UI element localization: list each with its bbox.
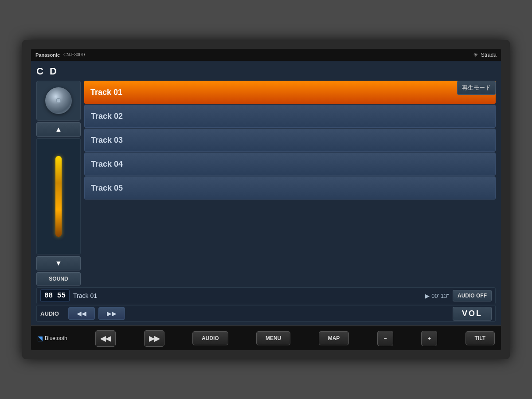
scroll-up-button[interactable]: ▲ xyxy=(36,122,81,137)
play-icon: ▶ xyxy=(425,293,430,299)
unit-container: Panasonic CN-E300D ✳ Strada C D xyxy=(31,49,501,350)
top-bezel: Panasonic CN-E300D ✳ Strada xyxy=(31,49,501,61)
track-item-3[interactable]: Track 03 xyxy=(84,129,496,152)
sound-button[interactable]: SOUND xyxy=(36,272,81,286)
mode-button[interactable]: 再生モード xyxy=(457,81,496,95)
physical-button-bar: ⬔ Bluetooth ◀◀ ▶▶ AUDIO MENU MAP － ＋ TIL… xyxy=(31,325,501,350)
screen-title: C D xyxy=(36,66,496,77)
cd-disc xyxy=(45,87,72,114)
track-item-1[interactable]: Track 01 xyxy=(84,81,496,104)
volume-bar xyxy=(55,156,62,237)
star-icon: ✳ xyxy=(473,52,478,58)
next-button[interactable]: ▶▶ xyxy=(98,307,125,320)
track-list: Track 01 Track 02 Track 03 Track 04 xyxy=(84,81,496,286)
next-track-button[interactable]: ▶▶ xyxy=(144,330,164,347)
track-label-1: Track 01 xyxy=(90,88,122,97)
brand-name: Panasonic xyxy=(35,52,60,58)
left-panel: ▲ ▼ SOUND xyxy=(36,81,81,286)
menu-button[interactable]: MENU xyxy=(256,331,290,345)
audio-off-button[interactable]: AUDIO OFF xyxy=(453,290,492,301)
main-screen: C D ▲ ▼ xyxy=(31,61,501,325)
track-item-2[interactable]: Track 02 xyxy=(84,105,496,128)
track-list-wrapper: 再生モード Track 01 Track 02 Track 03 Track xyxy=(84,81,496,286)
bluetooth-icon: ⬔ xyxy=(37,335,43,342)
track-label-3: Track 03 xyxy=(91,136,123,145)
minus-button[interactable]: － xyxy=(377,331,393,346)
tilt-button[interactable]: TILT xyxy=(466,331,495,345)
prev-track-button[interactable]: ◀◀ xyxy=(95,330,116,347)
track-item-5[interactable]: Track 05 xyxy=(84,176,496,200)
scroll-down-button[interactable]: ▼ xyxy=(36,256,81,270)
model-name: CN-E300D xyxy=(63,52,85,57)
track-label-5: Track 05 xyxy=(91,184,123,193)
plus-button[interactable]: ＋ xyxy=(421,331,437,346)
playing-track: Track 01 xyxy=(73,292,422,299)
track-item-4[interactable]: Track 04 xyxy=(84,153,496,176)
volume-indicator xyxy=(36,138,81,254)
play-info: ▶ 00' 13" xyxy=(425,293,449,299)
audio-label: AUDIO xyxy=(40,310,65,317)
prev-button[interactable]: ◀◀ xyxy=(68,307,95,320)
bluetooth-label: Bluetooth xyxy=(45,335,67,341)
track-label-4: Track 04 xyxy=(91,160,123,169)
status-bar: 08 55 Track 01 ▶ 00' 13" AUDIO OFF xyxy=(36,287,496,304)
outer-frame: Panasonic CN-E300D ✳ Strada C D xyxy=(22,40,510,359)
track-label-2: Track 02 xyxy=(91,112,123,121)
cd-icon-box xyxy=(36,81,81,121)
vol-label: VOL xyxy=(453,307,492,321)
screen-main: ▲ ▼ SOUND 再生モード Track 01 xyxy=(36,81,496,286)
elapsed-time: 00' 13" xyxy=(431,293,449,299)
map-button[interactable]: MAP xyxy=(319,331,349,345)
time-display: 08 55 xyxy=(40,289,70,302)
controls-bar: AUDIO ◀◀ ▶▶ VOL xyxy=(36,305,496,322)
bluetooth-section: ⬔ Bluetooth xyxy=(37,335,67,342)
product-line: ✳ Strada xyxy=(473,52,497,58)
audio-mode-button[interactable]: AUDIO xyxy=(192,331,228,345)
cd-center-hole xyxy=(56,98,61,103)
